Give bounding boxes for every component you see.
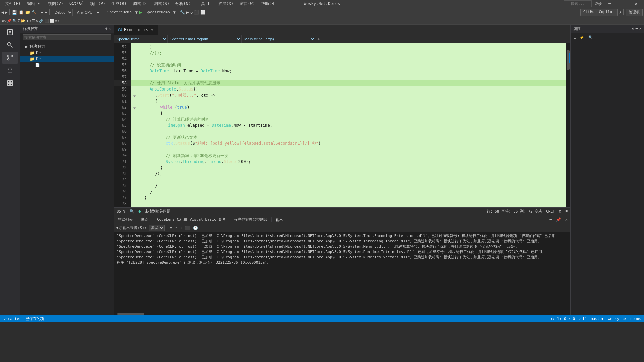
- toolbar2-icon-4[interactable]: 🔍: [12, 19, 17, 23]
- toolbar2-icon-3[interactable]: 📌: [7, 19, 12, 23]
- output-btn-3[interactable]: ↓: [179, 226, 183, 230]
- toolbar2-icon-14[interactable]: ↔: [55, 19, 57, 23]
- toolbar2-icon-9[interactable]: ☰: [32, 19, 35, 23]
- code-content-area[interactable]: } //}); // 设置初始时间 DateTime startTime = D…: [131, 43, 566, 207]
- toolbar-icon-3[interactable]: 📋: [19, 10, 24, 15]
- debug-mode-select[interactable]: Debug: [52, 9, 73, 16]
- toolbar-icon-save[interactable]: 💾: [12, 10, 17, 15]
- nav-add-button[interactable]: +: [315, 35, 322, 43]
- toolbar-icon-9[interactable]: ⬛: [194, 10, 199, 15]
- menu-test[interactable]: 测试(S): [151, 0, 172, 7]
- bottom-tab-codelens[interactable]: CodeLens C# 和 Visual Basic 参考: [153, 217, 230, 222]
- menu-tools[interactable]: 工具(T): [194, 0, 215, 7]
- run-project-dropdown[interactable]: ▼: [173, 10, 176, 15]
- prop-btn-2[interactable]: ⚡: [578, 34, 586, 41]
- properties-close-icon[interactable]: ✕: [639, 26, 641, 31]
- menu-file[interactable]: 文件(F): [3, 0, 23, 7]
- toolbar-icon-8[interactable]: ↺: [190, 10, 193, 15]
- toolbar2-icon-11[interactable]: 🔗: [39, 19, 44, 23]
- project-dropdown[interactable]: ▼: [135, 10, 138, 15]
- toolbar2-icon-6[interactable]: 📂: [21, 19, 25, 23]
- output-close-icon[interactable]: ✕: [562, 217, 570, 222]
- output-pin-icon[interactable]: 📌: [555, 217, 562, 222]
- fold-62[interactable]: ▼: [133, 105, 138, 109]
- sidebar-icon-git[interactable]: [2, 52, 18, 64]
- cpu-select[interactable]: Any CPU: [74, 9, 101, 16]
- properties-gear-icon[interactable]: ⚙: [632, 26, 634, 31]
- sidebar-icon-extensions[interactable]: [2, 77, 18, 89]
- output-btn-4[interactable]: ⬛: [184, 226, 191, 230]
- minimize-button[interactable]: ─: [604, 0, 615, 7]
- toolbar2-icon-15[interactable]: ⚡: [58, 19, 60, 23]
- toolbar2-icon-7[interactable]: ⬆: [26, 19, 29, 23]
- status-git-branch[interactable]: ⎇ master: [3, 317, 21, 321]
- copilot-button[interactable]: GitHub Copilot: [580, 9, 618, 16]
- sidebar-icon-debug[interactable]: [2, 64, 18, 76]
- menu-window[interactable]: 窗口(W): [237, 0, 258, 7]
- output-btn-5[interactable]: 🕐: [192, 226, 199, 230]
- toolbar2-icon-10[interactable]: ⚙: [36, 19, 38, 23]
- run-button[interactable]: ▶: [139, 9, 142, 15]
- output-hscroll[interactable]: [114, 312, 570, 315]
- copilot-icon1[interactable]: ⚡: [619, 10, 621, 15]
- toolbar2-icon-1[interactable]: ◀: [1, 19, 4, 23]
- output-btn-1[interactable]: ≡: [169, 226, 173, 230]
- bottom-tab-errors[interactable]: 错误列表: [114, 217, 137, 222]
- toolbar2-icon-8[interactable]: ⬇: [29, 19, 32, 23]
- toolbar2-icon-2[interactable]: ⚙: [4, 19, 7, 23]
- prop-btn-1[interactable]: ≡: [572, 35, 577, 41]
- vertical-scrollbar[interactable]: [566, 43, 570, 207]
- sol-item-nested[interactable]: 📄: [20, 62, 114, 68]
- sidebar-icon-explorer[interactable]: [2, 26, 18, 38]
- toolbar2-icon-13[interactable]: ⬜: [50, 19, 54, 23]
- nav-method-select[interactable]: Main(string[] args): [241, 35, 315, 43]
- toolbar-icon-6[interactable]: 🔧: [180, 10, 185, 15]
- editor-gear-icon[interactable]: ⚙: [559, 209, 561, 214]
- bottom-tab-breakpoints[interactable]: 断点: [137, 217, 153, 222]
- search-box[interactable]: 搜索...: [564, 0, 592, 7]
- properties-collapse-icon[interactable]: ─: [636, 26, 638, 31]
- menu-git[interactable]: Git(G): [67, 0, 87, 7]
- status-error-count[interactable]: ⚠ 14: [579, 317, 587, 321]
- sol-gear-icon[interactable]: ⚙: [105, 26, 108, 31]
- sol-item-root[interactable]: ▶ 解决解方: [20, 43, 114, 50]
- nav-class-select[interactable]: SpectreDemo.Program: [168, 35, 241, 43]
- toolbar-icon-5[interactable]: 🔨: [32, 10, 37, 15]
- menu-extensions[interactable]: 扩展(X): [216, 0, 236, 7]
- menu-debug[interactable]: 调试(D): [130, 0, 151, 7]
- status-save-label[interactable]: 已保存的项: [25, 316, 44, 321]
- menu-build[interactable]: 生成(B): [109, 0, 129, 7]
- tab-close-button[interactable]: ✕: [150, 27, 154, 33]
- manage-button[interactable]: 管理项: [626, 9, 643, 16]
- output-collapse-icon[interactable]: ─: [547, 217, 555, 222]
- fold-60[interactable]: ▼: [133, 93, 138, 97]
- restore-button[interactable]: □: [618, 0, 628, 7]
- status-master-branch[interactable]: master: [591, 317, 604, 321]
- toolbar-redo[interactable]: ↪: [45, 10, 47, 15]
- close-button[interactable]: ✕: [631, 0, 641, 7]
- menu-analyze[interactable]: 分析(N): [173, 0, 194, 7]
- sol-item-de2[interactable]: 📁 De: [20, 56, 114, 62]
- sol-close-icon[interactable]: ✕: [109, 26, 111, 31]
- bottom-tab-output[interactable]: 输出: [272, 217, 287, 222]
- toolbar-icon-2[interactable]: ▶: [5, 10, 7, 15]
- menu-view[interactable]: 视图(V): [45, 0, 66, 7]
- output-btn-2[interactable]: ↑: [174, 226, 178, 230]
- output-source-select[interactable]: 调试: [149, 225, 165, 231]
- status-line-info[interactable]: ↑↓ 1↑ 0 / 0: [550, 317, 575, 321]
- toolbar2-icon-12[interactable]: ⬛: [44, 19, 49, 23]
- zoom-level[interactable]: 85 %: [117, 209, 126, 214]
- toolbar-icon-7[interactable]: ▶: [186, 10, 189, 15]
- settings-icon[interactable]: ≡: [565, 209, 568, 214]
- toolbar-icon-4[interactable]: 📁: [25, 10, 30, 15]
- toolbar2-icon-5[interactable]: Σ: [18, 19, 20, 23]
- nav-file-select[interactable]: SpectreDemo: [114, 35, 168, 43]
- menu-project[interactable]: 项目(P): [87, 0, 108, 7]
- sol-search-input[interactable]: [23, 34, 111, 40]
- tab-program-cs[interactable]: C# Program.cs ✕: [114, 25, 158, 35]
- sidebar-icon-search[interactable]: [2, 39, 18, 51]
- menu-edit[interactable]: 编辑(E): [24, 0, 45, 7]
- output-content[interactable]: "SpectreDemo.exe" (CoreCLR: clrhost): 已加…: [114, 232, 570, 312]
- bottom-tab-nuget[interactable]: 程序包管理器控制台: [230, 217, 272, 222]
- menu-help[interactable]: 帮助(H): [258, 0, 279, 7]
